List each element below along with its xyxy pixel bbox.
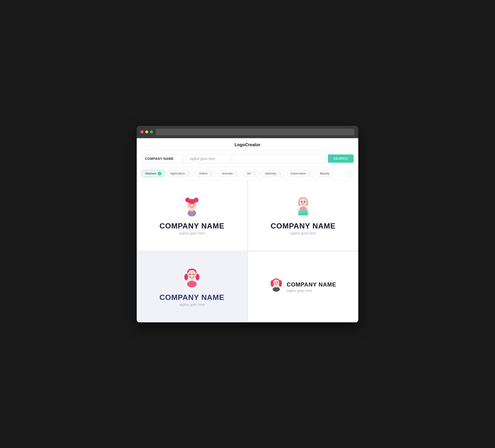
svg-point-28: [187, 281, 197, 287]
svg-point-35: [273, 282, 275, 284]
traffic-lights: [140, 130, 153, 133]
check-icon-automotive: [307, 172, 311, 175]
svg-rect-38: [275, 286, 277, 287]
category-chip-agriculture[interactable]: Agriculture: [167, 170, 194, 177]
check-icon-attorney: [278, 172, 281, 175]
svg-rect-7: [191, 209, 193, 211]
logo-inline-4: COMPANY NAME tagline goes here: [270, 278, 336, 296]
logo-illustration-1: [182, 196, 201, 218]
category-label-art: Art: [247, 172, 251, 175]
svg-point-4: [188, 204, 190, 207]
company-name-input[interactable]: [141, 154, 184, 163]
browser-window: LogoCreator SEARCH Abstract Agriculture …: [137, 126, 358, 322]
category-label-abstract: Abstract: [145, 172, 156, 175]
svg-point-11: [299, 198, 307, 207]
check-icon-airline: [209, 172, 213, 175]
close-button[interactable]: [140, 130, 144, 133]
company-name-4: COMPANY NAME: [287, 281, 336, 288]
svg-point-18: [303, 212, 308, 215]
category-chip-abstract[interactable]: Abstract: [141, 170, 165, 177]
category-chip-art[interactable]: Art: [243, 170, 260, 177]
check-icon-agriculture: [186, 172, 190, 175]
logo-illustration-3: [182, 267, 201, 289]
maximize-button[interactable]: [150, 130, 153, 133]
svg-rect-27: [190, 279, 193, 281]
next-categories-button[interactable]: →: [347, 170, 354, 177]
svg-point-36: [277, 282, 279, 284]
category-label-beauty: Beauty: [320, 172, 329, 175]
logo-card-2[interactable]: COMPANY NAME tagline goes here: [248, 180, 358, 251]
category-label-automotive: Automotive: [290, 172, 306, 175]
svg-point-3: [188, 199, 196, 204]
check-icon-animals: [234, 172, 238, 175]
url-bar[interactable]: [156, 129, 355, 135]
app-title: LogoCreator: [234, 142, 261, 147]
check-icon-abstract: [158, 172, 162, 175]
category-label-animals: Animals: [222, 172, 233, 175]
minimize-button[interactable]: [145, 130, 148, 133]
company-name-3: COMPANY NAME: [159, 293, 224, 302]
logo-card-4[interactable]: COMPANY NAME tagline goes here: [248, 252, 358, 322]
logo-card-3[interactable]: COMPANY NAME tagline goes here: [137, 252, 247, 322]
logo-illustration-2: [294, 196, 313, 218]
svg-point-13: [304, 201, 305, 203]
tagline-2: tagline goes here: [290, 231, 316, 235]
tagline-3: tagline goes here: [179, 303, 205, 307]
check-icon-art: [252, 172, 256, 175]
app-header: LogoCreator: [137, 138, 358, 150]
category-label-agriculture: Agriculture: [170, 172, 185, 175]
svg-point-22: [184, 274, 188, 280]
category-bar: Abstract Agriculture Airline Animals Art…: [137, 167, 358, 180]
svg-point-12: [301, 201, 302, 203]
category-label-attorney: Attorney: [265, 172, 276, 175]
category-chip-animals[interactable]: Animals: [218, 170, 241, 177]
company-name-1: COMPANY NAME: [159, 222, 224, 230]
tagline-1: tagline goes here: [179, 231, 205, 235]
browser-chrome: [137, 126, 358, 138]
category-chip-airline[interactable]: Airline: [196, 170, 216, 177]
logo-card-1[interactable]: COMPANY NAME tagline goes here: [137, 180, 247, 251]
tagline-4: tagline goes here: [287, 289, 336, 293]
category-label-airline: Airline: [199, 172, 208, 175]
svg-point-23: [196, 274, 199, 280]
category-chip-beauty[interactable]: Beauty: [316, 170, 333, 177]
search-button[interactable]: SEARCH: [328, 154, 354, 163]
browser-content: LogoCreator SEARCH Abstract Agriculture …: [137, 138, 358, 322]
category-chip-attorney[interactable]: Attorney: [261, 170, 285, 177]
keyword-input[interactable]: [233, 154, 326, 163]
tagline-input[interactable]: [186, 154, 231, 163]
category-chip-automotive[interactable]: Automotive: [287, 170, 315, 177]
company-name-2: COMPANY NAME: [271, 222, 336, 230]
svg-point-5: [193, 204, 196, 207]
search-bar: SEARCH: [137, 150, 358, 167]
logo-illustration-4: [270, 278, 283, 293]
logo-grid: COMPANY NAME tagline goes here: [137, 180, 358, 322]
logo-inline-text-4: COMPANY NAME tagline goes here: [287, 281, 336, 293]
